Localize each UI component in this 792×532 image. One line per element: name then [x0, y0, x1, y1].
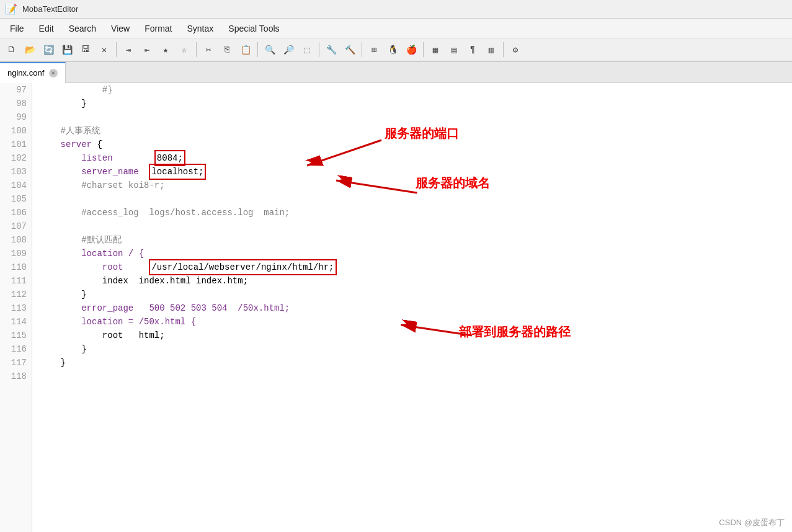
toolbar: 🗋 📂 🔄 💾 🖫 ✕ ⇥ ⇤ ★ ☆ ✂ ⎘ 📋 🔍 🔎 ⬚ 🔧 🔨 ⊞ 🐧 …	[0, 38, 792, 62]
tab-bar: nginx.conf ✕	[0, 62, 792, 83]
replace-btn[interactable]: ⬚	[298, 41, 316, 58]
editor-area: 9798991001011021031041051061071081091101…	[0, 83, 792, 532]
line-number: 114	[0, 315, 32, 329]
line-number: 110	[0, 260, 32, 274]
code-line: }	[40, 356, 785, 370]
code-line: #默认匹配	[40, 233, 785, 247]
code-line: error_page 500 502 503 504 /50x.html;	[40, 301, 785, 315]
line-number: 112	[0, 288, 32, 301]
bookmark-btn[interactable]: ★	[157, 41, 174, 58]
find2-btn[interactable]: 🔎	[280, 41, 297, 58]
win-btn[interactable]: ⊞	[365, 41, 383, 58]
sep3	[257, 42, 258, 57]
code-line	[40, 192, 785, 206]
line-number: 106	[0, 206, 32, 219]
menu-bar: File Edit Search View Format Syntax Spec…	[0, 19, 792, 38]
line-number: 103	[0, 165, 32, 179]
menu-view[interactable]: View	[104, 21, 137, 36]
code-line: location / {	[40, 247, 785, 260]
paste-btn[interactable]: 📋	[237, 41, 254, 58]
code-content[interactable]: #} } #人事系统 server { listen 8084; server_…	[32, 83, 792, 532]
code-line: }	[40, 97, 785, 110]
code-line	[40, 219, 785, 233]
domain-highlight-box: localhost;	[149, 164, 206, 180]
cut-btn[interactable]: ✂	[200, 41, 217, 58]
app-title: MobaTextEditor	[22, 4, 78, 14]
reload-btn[interactable]: 🔄	[40, 41, 57, 58]
line-number: 104	[0, 179, 32, 192]
layout2-btn[interactable]: ▤	[445, 41, 463, 58]
code-line	[40, 370, 785, 383]
layout1-btn[interactable]: ▦	[427, 41, 444, 58]
sep1	[116, 42, 117, 57]
line-number: 98	[0, 97, 32, 110]
line-numbers: 9798991001011021031041051061071081091101…	[0, 83, 32, 532]
code-line: #人事系统	[40, 124, 785, 138]
tab-label: nginx.conf	[7, 68, 44, 78]
code-line: #access_log logs/host.access.log main;	[40, 206, 785, 219]
menu-edit[interactable]: Edit	[32, 21, 61, 36]
line-number: 101	[0, 138, 32, 151]
code-line: }	[40, 288, 785, 301]
line-number: 111	[0, 274, 32, 288]
close-btn[interactable]: ✕	[96, 41, 113, 58]
linux-btn[interactable]: 🐧	[384, 41, 401, 58]
line-number: 107	[0, 219, 32, 233]
settings-btn[interactable]: ⚙	[507, 41, 524, 58]
code-line: server {	[40, 138, 785, 151]
menu-special-tools[interactable]: Special Tools	[221, 21, 287, 36]
unindent-btn[interactable]: ⇤	[138, 41, 156, 58]
code-line: listen 8084;	[40, 151, 785, 165]
sep6	[423, 42, 424, 57]
code-line	[40, 110, 785, 124]
code-line: root html;	[40, 329, 785, 342]
path-highlight-box: /usr/local/webserver/nginx/html/hr;	[149, 259, 336, 275]
code-line: root /usr/local/webserver/nginx/html/hr;	[40, 260, 785, 274]
code-line: index index.html index.htm;	[40, 274, 785, 288]
line-number: 113	[0, 301, 32, 315]
line-number: 105	[0, 192, 32, 206]
line-number: 115	[0, 329, 32, 342]
line-number: 108	[0, 233, 32, 247]
menu-format[interactable]: Format	[137, 21, 179, 36]
tab-close-btn[interactable]: ✕	[49, 69, 58, 78]
code-line: #charset koi8-r;	[40, 179, 785, 192]
menu-search[interactable]: Search	[61, 21, 104, 36]
save-as-btn[interactable]: 🖫	[77, 41, 94, 58]
code-line: server_name localhost;	[40, 165, 785, 179]
layout3-btn[interactable]: ▥	[483, 41, 500, 58]
watermark: CSDN @皮蛋布丁	[719, 517, 785, 528]
app-icon: 📝	[5, 3, 17, 16]
indent-btn[interactable]: ⇥	[120, 41, 137, 58]
sep2	[196, 42, 197, 57]
copy-btn[interactable]: ⎘	[218, 41, 236, 58]
line-number: 117	[0, 356, 32, 370]
sep7	[503, 42, 504, 57]
sep4	[319, 42, 319, 57]
line-number: 102	[0, 151, 32, 165]
line-number: 99	[0, 110, 32, 124]
code-line: #}	[40, 83, 785, 97]
code-line: }	[40, 342, 785, 356]
line-number: 97	[0, 83, 32, 97]
mac-btn[interactable]: 🍎	[403, 41, 420, 58]
tab-nginx-conf[interactable]: nginx.conf ✕	[0, 62, 66, 83]
tools2-btn[interactable]: 🔨	[341, 41, 358, 58]
bookmark2-btn[interactable]: ☆	[176, 41, 193, 58]
sep5	[362, 42, 362, 57]
line-number: 100	[0, 124, 32, 138]
menu-file[interactable]: File	[2, 21, 32, 36]
new-file-btn[interactable]: 🗋	[2, 41, 20, 58]
find-btn[interactable]: 🔍	[261, 41, 278, 58]
tools1-btn[interactable]: 🔧	[323, 41, 340, 58]
title-bar: 📝 MobaTextEditor	[0, 0, 792, 19]
line-number: 116	[0, 342, 32, 356]
save-btn[interactable]: 💾	[58, 41, 76, 58]
code-line: location = /50x.html {	[40, 315, 785, 329]
menu-syntax[interactable]: Syntax	[179, 21, 221, 36]
pilcrow-btn[interactable]: ¶	[464, 41, 481, 58]
line-number: 109	[0, 247, 32, 260]
open-btn[interactable]: 📂	[21, 41, 38, 58]
line-number: 118	[0, 370, 32, 383]
